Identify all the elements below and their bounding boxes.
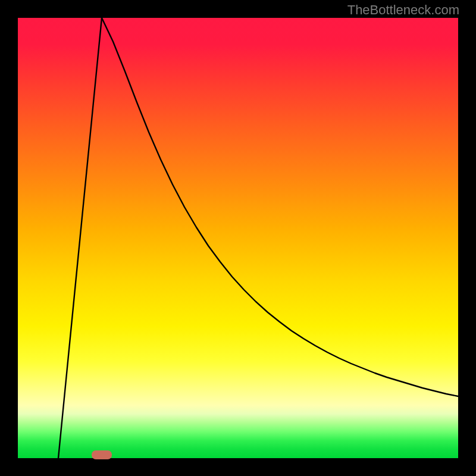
chart-container: TheBottleneck.com: [0, 0, 476, 476]
watermark-text: TheBottleneck.com: [347, 2, 459, 18]
minimum-marker: [92, 450, 112, 459]
curve-right-segment: [102, 18, 458, 396]
curve-left-segment: [58, 18, 102, 458]
plot-area: [18, 18, 458, 458]
curve-svg: [18, 18, 458, 458]
